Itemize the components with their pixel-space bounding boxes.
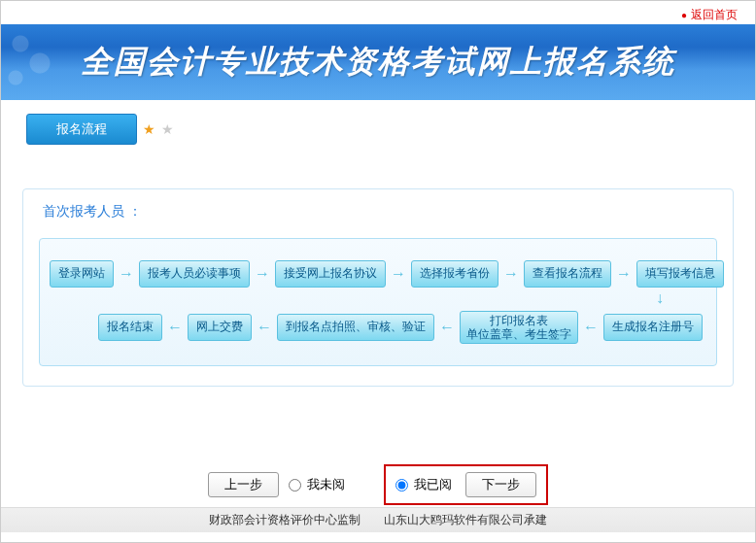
arrow-down-icon: ↓ xyxy=(656,289,664,307)
step-view-flow: 查看报名流程 xyxy=(524,260,611,288)
step-finish: 报名结束 xyxy=(98,314,162,341)
step-must-read: 报考人员必读事项 xyxy=(139,260,250,288)
flow-row-2: 报名结束 ← 网上交费 ← 到报名点拍照、审核、验证 ← 打印报名表 单位盖章、… xyxy=(50,311,706,345)
tab-registration-flow[interactable]: 报名流程 xyxy=(26,114,137,145)
radio-have-read[interactable]: 我已阅 xyxy=(395,476,452,493)
star-icon: ★ xyxy=(161,121,174,137)
highlighted-group: 我已阅 下一步 xyxy=(384,464,548,505)
page-title: 全国会计专业技术资格考试网上报名系统 xyxy=(81,41,675,84)
radio-have-read-input[interactable] xyxy=(395,479,408,492)
section-title: 首次报考人员 ： xyxy=(43,203,717,221)
flow-row-1: 登录网站 → 报考人员必读事项 → 接受网上报名协议 → 选择报考省份 → 查看… xyxy=(50,260,706,288)
star-icon: ★ xyxy=(143,121,155,137)
footer-left: 财政部会计资格评价中心监制 xyxy=(209,513,361,526)
radio-not-read-label: 我未阅 xyxy=(307,476,345,493)
step-photo-verify: 到报名点拍照、审核、验证 xyxy=(277,314,434,341)
next-button[interactable]: 下一步 xyxy=(465,472,536,497)
prev-button[interactable]: 上一步 xyxy=(208,472,279,497)
tab-row: 报名流程 ★ ★ xyxy=(1,114,755,145)
content-panel: 首次报考人员 ： 登录网站 → 报考人员必读事项 → 接受网上报名协议 → 选择… xyxy=(22,188,734,387)
step-pay-online: 网上交费 xyxy=(188,314,252,341)
step-accept-agreement: 接受网上报名协议 xyxy=(275,260,386,288)
arrow-left-icon: ← xyxy=(582,319,600,336)
step-print-form: 打印报名表 单位盖章、考生签字 xyxy=(460,311,578,345)
arrow-right-icon: → xyxy=(390,265,407,283)
arrow-right-icon: → xyxy=(254,265,271,283)
header-banner: 全国会计专业技术资格考试网上报名系统 xyxy=(1,24,755,100)
arrow-left-icon: ← xyxy=(166,319,184,336)
arrow-left-icon: ← xyxy=(438,319,456,336)
step-login: 登录网站 xyxy=(50,260,114,288)
step-select-province: 选择报考省份 xyxy=(411,260,498,288)
arrow-right-icon: → xyxy=(118,265,135,283)
radio-have-read-label: 我已阅 xyxy=(414,476,452,493)
flow-diagram: 登录网站 → 报考人员必读事项 → 接受网上报名协议 → 选择报考省份 → 查看… xyxy=(39,238,717,366)
step-print-line2: 单位盖章、考生签字 xyxy=(466,327,571,341)
return-home-link[interactable]: 返回首页 xyxy=(681,7,738,23)
arrow-left-icon: ← xyxy=(256,319,273,336)
footer-right: 山东山大鸥玛软件有限公司承建 xyxy=(384,513,547,526)
arrow-right-icon: → xyxy=(502,265,520,283)
step-fill-info: 填写报考信息 xyxy=(636,260,724,288)
arrow-right-icon: → xyxy=(615,265,633,283)
page-container: 返回首页 全国会计专业技术资格考试网上报名系统 报名流程 ★ ★ 首次报考人员 … xyxy=(0,0,756,543)
step-gen-reg-id: 生成报名注册号 xyxy=(603,314,703,341)
radio-not-read-input[interactable] xyxy=(289,479,301,492)
step-print-line1: 打印报名表 xyxy=(466,314,571,327)
action-bar: 上一步 我未阅 我已阅 下一步 xyxy=(1,464,755,505)
footer: 财政部会计资格评价中心监制 山东山大鸥玛软件有限公司承建 xyxy=(1,507,755,532)
arrow-down-wrap: ↓ xyxy=(50,289,706,307)
radio-not-read[interactable]: 我未阅 xyxy=(289,476,345,493)
